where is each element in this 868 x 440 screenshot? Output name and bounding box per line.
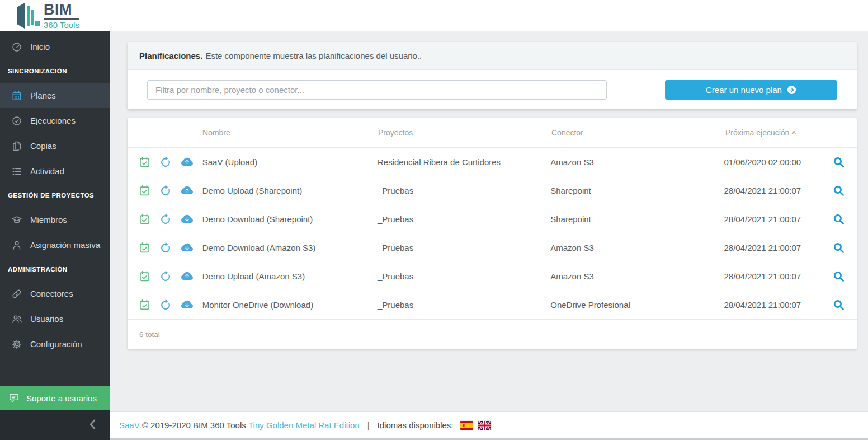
sidebar-item-inicio[interactable]: Inicio [0, 34, 110, 59]
check-circle-icon [12, 116, 22, 126]
refresh-icon[interactable] [160, 157, 171, 168]
plan-name: Demo Download (Amazon S3) [202, 243, 378, 252]
table-footer: 6 total [128, 319, 857, 349]
footer-separator: | [367, 420, 370, 430]
refresh-icon[interactable] [160, 214, 171, 225]
row-actions [128, 299, 202, 311]
search-icon[interactable] [833, 299, 845, 311]
sidebar-item-planes[interactable]: Planes [0, 83, 110, 108]
sidebar-item-copias[interactable]: Copias [0, 133, 110, 158]
sidebar-section-administracion: ADMINISTRACIÓN [0, 258, 110, 281]
plan-next-run: 28/04/2021 21:00:07 [724, 186, 833, 195]
logo-subtitle: 360 Tools [44, 21, 79, 29]
header-proxima-ejecucion[interactable]: Próxima ejecución^ [725, 128, 835, 137]
sidebar-item-label: Configuración [30, 339, 82, 349]
plans-toolbar: Crear un nuevo plan [128, 70, 857, 109]
sidebar-item-ejecuciones[interactable]: Ejecuciones [0, 108, 110, 133]
english-flag-icon[interactable] [478, 421, 491, 430]
page-banner: Planificaciones. Este componente muestra… [128, 42, 857, 70]
table-body: SaaV (Upload) Residencial Ribera de Curt… [128, 148, 857, 319]
table-row: Demo Upload (Amazon S3) _Pruebas Amazon … [128, 262, 857, 291]
cloud-upload-icon[interactable] [181, 156, 193, 168]
plan-project: Residencial Ribera de Curtidores [378, 157, 550, 167]
list-icon [12, 166, 22, 176]
main-content: Planificaciones. Este componente muestra… [110, 31, 868, 440]
table-header-row: Nombre Proyectos Conector Próxima ejecuc… [128, 118, 857, 148]
plan-project: _Pruebas [378, 243, 550, 252]
refresh-icon[interactable] [160, 299, 171, 311]
sidebar-item-label: Miembros [30, 215, 67, 224]
header-nombre[interactable]: Nombre [202, 128, 378, 137]
sidebar-item-actividad[interactable]: Actividad [0, 158, 110, 184]
sidebar-item-conectores[interactable]: Conectores [0, 281, 110, 306]
plan-connector: Sharepoint [550, 186, 724, 195]
calendar-check-icon[interactable] [139, 157, 150, 167]
chat-bubble-icon [9, 393, 19, 403]
copyright-text: © 2019-2020 BIM 360 Tools [142, 420, 246, 430]
cloud-download-icon[interactable] [181, 213, 193, 225]
search-icon[interactable] [833, 271, 845, 282]
sidebar-item-label: Usuarios [30, 314, 63, 324]
search-icon[interactable] [833, 185, 845, 196]
table-row: Demo Download (Amazon S3) _Pruebas Amazo… [128, 233, 857, 262]
calendar-check-icon[interactable] [139, 271, 150, 282]
plan-name: Monitor OneDrive (Download) [202, 300, 378, 310]
calendar-check-icon[interactable] [139, 214, 150, 224]
cloud-download-icon[interactable] [181, 299, 193, 311]
logo-title: BIM [44, 2, 79, 20]
row-actions [128, 270, 202, 282]
header-conector[interactable]: Conector [551, 128, 725, 137]
sidebar-item-miembros[interactable]: Miembros [0, 207, 110, 232]
header-proyectos[interactable]: Proyectos [378, 128, 551, 137]
total-count: 6 total [139, 330, 160, 339]
gear-icon [12, 339, 22, 349]
plan-project: _Pruebas [378, 300, 550, 310]
sidebar-item-soporte[interactable]: Soporte a usuarios [0, 386, 110, 410]
sidebar-section-gestion: GESTIÓN DE PROYECTOS [0, 184, 110, 207]
sidebar: Inicio SINCRONIZACIÓN Planes Ejecuciones… [0, 31, 110, 440]
row-actions [128, 185, 202, 196]
arrow-right-circle-icon [787, 85, 796, 95]
cloud-download-icon[interactable] [181, 242, 193, 254]
sidebar-item-asignacion-masiva[interactable]: Asignación masiva [0, 232, 110, 258]
calendar-check-icon[interactable] [139, 242, 150, 253]
table-row: Demo Upload (Sharepoint) _Pruebas Sharep… [128, 176, 857, 205]
cloud-upload-icon[interactable] [181, 270, 193, 282]
plan-connector: Amazon S3 [550, 157, 724, 167]
calendar-check-icon[interactable] [139, 185, 150, 196]
plan-name: Demo Download (Sharepoint) [202, 214, 378, 224]
edition-link[interactable]: Tiny Golden Metal Rat Edition [248, 420, 360, 430]
search-icon[interactable] [833, 214, 845, 225]
sidebar-section-sincronizacion: SINCRONIZACIÓN [0, 59, 110, 83]
search-icon[interactable] [833, 157, 845, 168]
refresh-icon[interactable] [160, 271, 171, 282]
calendar-check-icon[interactable] [139, 299, 150, 310]
row-actions [128, 242, 202, 254]
plan-name: SaaV (Upload) [202, 157, 378, 167]
saav-link[interactable]: SaaV [119, 420, 140, 430]
plan-project: _Pruebas [378, 214, 550, 224]
page-description: Este componente muestra las planificacio… [205, 51, 422, 60]
sidebar-item-label: Copias [30, 141, 56, 151]
row-actions [128, 213, 202, 225]
filter-input[interactable] [147, 80, 607, 100]
sidebar-collapse[interactable] [0, 410, 110, 440]
cloud-upload-icon[interactable] [181, 185, 193, 196]
users-icon [12, 314, 22, 324]
plan-connector: Amazon S3 [550, 272, 724, 281]
spanish-flag-icon[interactable] [460, 421, 473, 430]
plan-next-run: 01/06/2020 02:00:00 [724, 157, 833, 167]
app-logo[interactable]: BIM 360 Tools [16, 2, 79, 29]
search-icon[interactable] [833, 242, 845, 254]
gauge-icon [12, 42, 22, 52]
chevron-left-icon [88, 419, 97, 432]
plan-connector: Sharepoint [550, 214, 724, 224]
refresh-icon[interactable] [160, 242, 171, 254]
plans-panel: Planificaciones. Este componente muestra… [128, 42, 857, 109]
topbar: BIM 360 Tools [0, 0, 868, 31]
sidebar-item-usuarios[interactable]: Usuarios [0, 306, 110, 331]
create-plan-button[interactable]: Crear un nuevo plan [665, 80, 837, 100]
refresh-icon[interactable] [160, 185, 171, 196]
sidebar-item-configuracion[interactable]: Configuración [0, 331, 110, 357]
sidebar-item-label: Conectores [30, 289, 73, 298]
